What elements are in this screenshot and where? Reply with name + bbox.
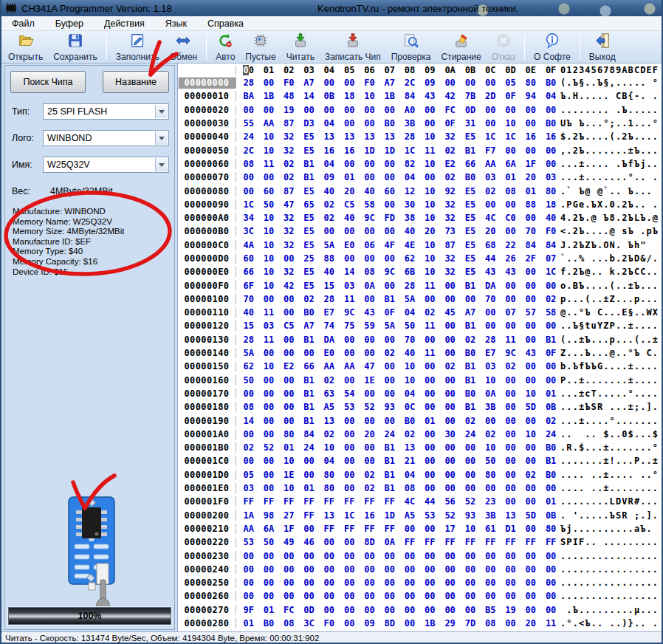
hex-byte[interactable]: 00 bbox=[299, 591, 319, 601]
hex-byte[interactable]: 20 bbox=[521, 618, 540, 628]
hex-row-bytes[interactable]: 3C1032E500000000402073E5200070F0 bbox=[236, 226, 560, 236]
hex-byte[interactable]: 10 bbox=[258, 267, 278, 277]
hex-byte[interactable]: 02 bbox=[360, 470, 379, 480]
hex-byte[interactable]: 28 bbox=[238, 78, 258, 88]
hex-byte[interactable]: 84 bbox=[299, 429, 319, 439]
hex-byte[interactable]: 10 bbox=[420, 131, 440, 142]
hex-byte[interactable]: 00 bbox=[238, 564, 258, 575]
hex-byte[interactable]: 00 bbox=[420, 483, 440, 493]
hex-byte[interactable]: 00 bbox=[420, 551, 440, 561]
hex-byte[interactable]: B0 bbox=[460, 348, 480, 358]
hex-byte[interactable]: 18 bbox=[540, 199, 560, 210]
hex-byte[interactable]: E7 bbox=[481, 348, 501, 358]
hex-byte[interactable]: 28 bbox=[399, 131, 419, 142]
hex-row[interactable]: 0000025000000000000000000000000000000000… bbox=[178, 576, 662, 589]
hex-byte[interactable]: B0 bbox=[540, 442, 560, 453]
hex-byte[interactable]: 01 bbox=[299, 483, 319, 493]
hex-row-bytes[interactable]: 4A1032E55AE0064F4E1087E568228484 bbox=[236, 240, 560, 250]
hex-byte[interactable]: 16 bbox=[339, 145, 359, 156]
hex-byte[interactable]: B1 bbox=[299, 388, 319, 399]
hex-byte[interactable]: 00 bbox=[258, 470, 278, 480]
hex-byte[interactable]: 00 bbox=[339, 456, 359, 466]
hex-byte[interactable]: 00 bbox=[339, 78, 359, 88]
hex-byte[interactable]: B0 bbox=[540, 78, 560, 88]
hex-byte[interactable]: 00 bbox=[299, 551, 319, 561]
hex-byte[interactable]: 08 bbox=[501, 186, 521, 196]
hex-byte[interactable]: 22 bbox=[501, 240, 521, 250]
hex-row-bytes[interactable]: 081102B1040000008210E266AA6A1F00 bbox=[236, 159, 560, 169]
hex-byte[interactable]: 00 bbox=[339, 105, 359, 115]
hex-byte[interactable]: 00 bbox=[521, 442, 540, 453]
hex-row-bytes[interactable]: 55AA87D3040000B03B000F31001000B0 bbox=[236, 118, 560, 129]
hex-byte[interactable]: D1 bbox=[501, 524, 521, 534]
hex-byte[interactable]: 43 bbox=[521, 348, 540, 358]
hex-byte[interactable]: 00 bbox=[481, 578, 501, 588]
hex-row[interactable]: 000001D005001E00800002B104000000800002B0… bbox=[178, 468, 662, 482]
hex-byte[interactable]: 00 bbox=[360, 253, 379, 264]
hex-byte[interactable]: 00 bbox=[501, 402, 521, 412]
hex-byte[interactable]: A5 bbox=[319, 402, 339, 412]
hex-byte[interactable]: A7 bbox=[299, 321, 319, 331]
hex-byte[interactable]: 00 bbox=[540, 375, 560, 386]
hex-byte[interactable]: 32 bbox=[440, 213, 460, 223]
hex-byte[interactable]: 10 bbox=[501, 118, 521, 129]
hex-byte[interactable]: 00 bbox=[360, 564, 379, 575]
hex-byte[interactable]: 00 bbox=[440, 78, 460, 88]
hex-byte[interactable]: 00 bbox=[460, 551, 480, 561]
hex-byte[interactable]: 00 bbox=[540, 564, 560, 575]
hex-byte[interactable]: 02 bbox=[440, 172, 460, 182]
hex-byte[interactable]: 00 bbox=[279, 388, 299, 399]
hex-byte[interactable]: B1 bbox=[299, 335, 319, 345]
hex-byte[interactable]: 92 bbox=[440, 186, 460, 196]
hex-byte[interactable]: 00 bbox=[440, 456, 460, 466]
hex-byte[interactable]: 32 bbox=[279, 145, 299, 156]
hex-byte[interactable]: 00 bbox=[460, 483, 480, 493]
hex-byte[interactable]: 00 bbox=[299, 348, 319, 358]
hex-byte[interactable]: 00 bbox=[360, 294, 379, 304]
hex-byte[interactable]: 32 bbox=[279, 213, 299, 223]
hex-byte[interactable]: 10 bbox=[420, 267, 440, 277]
hex-row[interactable]: 000000C04A1032E55AE0064F4E1087E568228484… bbox=[178, 239, 662, 252]
hex-byte[interactable]: 00 bbox=[258, 456, 278, 466]
hex-byte[interactable]: 16 bbox=[319, 145, 339, 156]
hex-byte[interactable]: 00 bbox=[339, 429, 359, 439]
hex-byte[interactable]: 00 bbox=[521, 213, 540, 223]
hex-byte[interactable]: 12 bbox=[399, 186, 419, 196]
hex-byte[interactable]: 00 bbox=[339, 605, 359, 615]
hex-byte[interactable]: 00 bbox=[501, 145, 521, 156]
hex-byte[interactable]: E5 bbox=[299, 145, 319, 156]
hex-row[interactable]: 000002205350494600008D0AFFFFFFFFFFFFFFFF… bbox=[178, 535, 662, 549]
hex-byte[interactable]: 00 bbox=[501, 483, 521, 493]
hex-byte[interactable]: 38 bbox=[399, 213, 419, 223]
hex-byte[interactable]: 10 bbox=[258, 240, 278, 250]
hex-byte[interactable]: 00 bbox=[481, 105, 501, 115]
hex-byte[interactable]: 03 bbox=[481, 172, 501, 182]
hex-byte[interactable]: DA bbox=[319, 335, 339, 345]
hex-byte[interactable]: 58 bbox=[540, 307, 560, 318]
hex-byte[interactable]: 84 bbox=[399, 91, 419, 101]
hex-byte[interactable]: 0F bbox=[379, 307, 399, 318]
hex-byte[interactable]: 40 bbox=[360, 186, 379, 196]
hex-byte[interactable]: B1 bbox=[299, 172, 319, 182]
hex-byte[interactable]: 7B bbox=[460, 91, 480, 101]
hex-byte[interactable]: 00 bbox=[540, 591, 560, 601]
hex-byte[interactable]: B1 bbox=[379, 456, 399, 466]
hex-byte[interactable]: 82 bbox=[399, 159, 419, 169]
hex-byte[interactable]: 6A bbox=[501, 159, 521, 169]
hex-row-bytes[interactable]: 241032E513131313281032E51C1C1616 bbox=[236, 131, 560, 142]
hex-byte[interactable]: 04 bbox=[319, 159, 339, 169]
hex-byte[interactable]: 48 bbox=[279, 91, 299, 101]
hex-byte[interactable]: 3B bbox=[481, 402, 501, 412]
hex-byte[interactable]: 21 bbox=[399, 456, 419, 466]
hex-byte[interactable]: 00 bbox=[339, 578, 359, 588]
hex-byte[interactable]: FF bbox=[339, 524, 359, 534]
hex-byte[interactable]: 6B bbox=[399, 267, 419, 277]
hex-row-bytes[interactable]: BA1B48140B18101B8443427B2D0F9404 bbox=[236, 91, 560, 101]
hex-byte[interactable]: 00 bbox=[238, 456, 258, 466]
hex-byte[interactable]: 00 bbox=[501, 105, 521, 115]
hex-byte[interactable]: 13 bbox=[319, 131, 339, 142]
hex-byte[interactable]: 2C bbox=[238, 145, 258, 156]
hex-byte[interactable]: 02 bbox=[319, 429, 339, 439]
hex-byte[interactable]: 09 bbox=[420, 78, 440, 88]
hex-byte[interactable]: 00 bbox=[299, 470, 319, 480]
